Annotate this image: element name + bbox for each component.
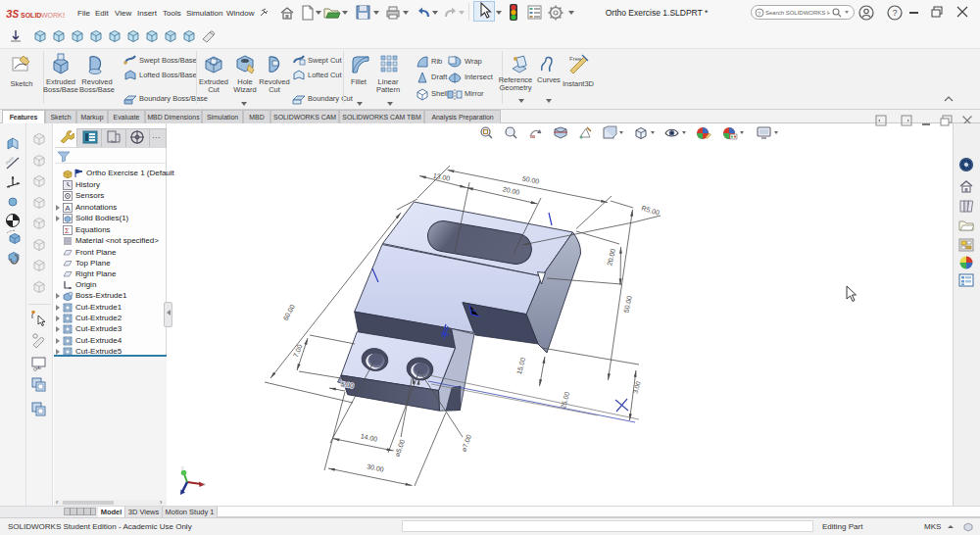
svg-text:A: A [65, 204, 71, 213]
svg-text:ЗS: ЗS [6, 9, 19, 20]
svg-text:y: y [181, 464, 184, 470]
svg-text:15.00: 15.00 [515, 357, 526, 375]
svg-text:60.00: 60.00 [282, 303, 296, 321]
svg-text:20.00: 20.00 [502, 185, 520, 196]
svg-text:SOLID: SOLID [21, 12, 41, 19]
svg-text:14.00: 14.00 [360, 432, 378, 442]
svg-text:WORKS: WORKS [41, 12, 65, 19]
svg-text:Σ: Σ [65, 226, 70, 235]
svg-text:25.00: 25.00 [560, 391, 570, 410]
svg-text:?: ? [758, 11, 761, 17]
svg-text:50.00: 50.00 [622, 295, 632, 314]
svg-text:5.00: 5.00 [341, 380, 355, 389]
svg-text:50.00: 50.00 [521, 174, 540, 185]
svg-text:⌀5.00: ⌀5.00 [393, 438, 406, 457]
svg-text:?: ? [893, 8, 898, 18]
svg-text:sketch: sketch [5, 156, 15, 166]
svg-text:R5.00: R5.00 [641, 205, 661, 217]
svg-text:3.00: 3.00 [632, 380, 642, 394]
svg-text:30.00: 30.00 [367, 462, 385, 472]
svg-text:20.00: 20.00 [606, 248, 616, 267]
svg-text:x: x [203, 481, 206, 487]
svg-text:Free: Free [569, 56, 582, 62]
